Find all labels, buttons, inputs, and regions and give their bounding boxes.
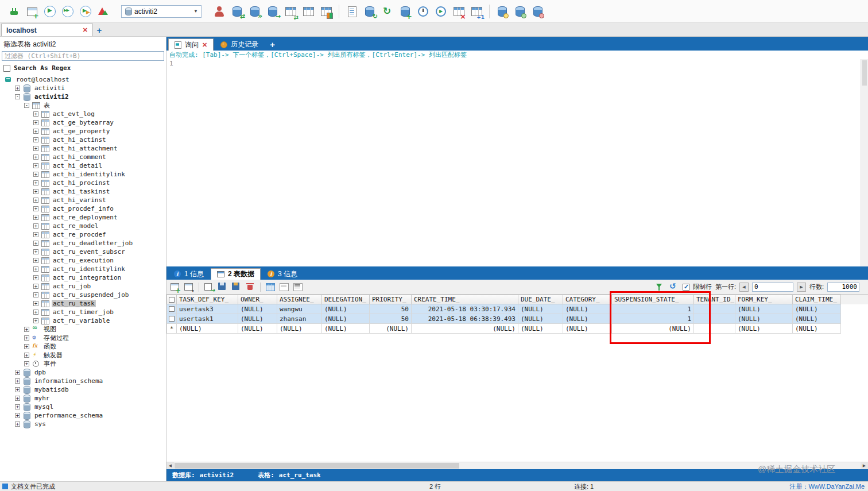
add-row-icon[interactable] bbox=[169, 281, 181, 292]
expand-icon[interactable] bbox=[24, 361, 29, 366]
user-add-icon[interactable] bbox=[513, 5, 527, 18]
tab-query[interactable]: 询问 ✕ bbox=[168, 38, 214, 51]
expand-icon[interactable] bbox=[15, 413, 20, 418]
expand-icon[interactable] bbox=[33, 266, 38, 272]
execute-icon[interactable] bbox=[43, 5, 57, 18]
expand-icon[interactable] bbox=[33, 206, 38, 211]
column-header[interactable]: ASSIGNEE_ bbox=[277, 295, 322, 304]
cell-due-date[interactable]: (NULL) bbox=[518, 304, 563, 314]
row-count-input[interactable] bbox=[827, 283, 859, 292]
tab-table-data[interactable]: 2 表数据 bbox=[211, 268, 261, 280]
table-row[interactable]: usertask1 (NULL) zhansan (NULL) 50 2021-… bbox=[166, 314, 868, 324]
tree-database-item[interactable]: mysql bbox=[0, 403, 166, 411]
tree-table-item[interactable]: act_ru_event_subscr bbox=[0, 248, 166, 256]
database-select[interactable]: activiti2 ▼ bbox=[121, 5, 202, 18]
insert-template-icon[interactable] bbox=[470, 5, 483, 18]
new-table-icon[interactable] bbox=[25, 5, 39, 18]
next-page-button[interactable]: ▶ bbox=[797, 283, 806, 292]
tab-messages-1[interactable]: i 1 信息 bbox=[168, 268, 210, 280]
tree-database-item-active[interactable]: activiti2 bbox=[0, 92, 166, 101]
tree-server-item[interactable]: root@localhost bbox=[0, 75, 166, 84]
cell-owner[interactable]: (NULL) bbox=[238, 324, 277, 334]
cell-delegation[interactable]: (NULL) bbox=[322, 304, 370, 314]
tree-table-item[interactable]: act_ru_identitylink bbox=[0, 265, 166, 273]
tree-table-item[interactable]: act_ru_suspended_job bbox=[0, 291, 166, 299]
expand-icon[interactable] bbox=[33, 232, 38, 237]
expand-icon[interactable] bbox=[24, 353, 29, 358]
export-icon[interactable] bbox=[203, 281, 215, 292]
tree-table-item[interactable]: act_re_deployment bbox=[0, 213, 166, 222]
grid-dropdown-icon[interactable] bbox=[183, 281, 195, 292]
execute-all-icon[interactable] bbox=[61, 5, 75, 18]
user-privileges-icon[interactable] bbox=[531, 5, 545, 18]
tree-table-item[interactable]: act_re_procdef bbox=[0, 230, 166, 239]
tree-object-group[interactable]: 存储过程 bbox=[0, 334, 166, 342]
cell-priority[interactable]: 50 bbox=[370, 304, 412, 314]
column-header[interactable]: CREATE_TIME_ bbox=[412, 295, 518, 304]
chevron-down-icon[interactable]: ▼ bbox=[193, 9, 198, 14]
expand-icon[interactable] bbox=[15, 387, 20, 392]
row-checkbox[interactable] bbox=[169, 306, 175, 312]
tree-table-item[interactable]: act_hi_procinst bbox=[0, 179, 166, 187]
regex-option[interactable]: Search As Regex bbox=[0, 61, 166, 74]
column-header[interactable]: SUSPENSION_STATE_ bbox=[612, 295, 694, 304]
tree-object-group[interactable]: 触发器 bbox=[0, 351, 166, 359]
expand-icon[interactable] bbox=[24, 344, 29, 349]
tree-object-group[interactable]: 事件 bbox=[0, 359, 166, 368]
cell-delegation[interactable]: (NULL) bbox=[322, 314, 370, 324]
expand-icon[interactable] bbox=[15, 86, 20, 91]
form-view-icon[interactable] bbox=[278, 281, 290, 292]
tree-database-item[interactable]: mybatisdb bbox=[0, 385, 166, 394]
expand-icon[interactable] bbox=[33, 292, 38, 297]
cell-claim-time[interactable]: (NULL) bbox=[793, 304, 841, 314]
expand-icon[interactable] bbox=[33, 120, 38, 125]
expand-icon[interactable] bbox=[24, 335, 29, 341]
query-format-icon[interactable] bbox=[345, 5, 359, 18]
table-diff-icon[interactable] bbox=[284, 5, 297, 18]
tree-database-item[interactable]: information_schema bbox=[0, 377, 166, 385]
tree-table-item[interactable]: act_ru_task bbox=[0, 299, 166, 308]
db-add-icon[interactable] bbox=[398, 5, 412, 18]
close-icon[interactable]: ✕ bbox=[83, 26, 88, 34]
tree-table-item[interactable]: act_evt_log bbox=[0, 110, 166, 118]
tree-table-item[interactable]: act_ru_deadletter_job bbox=[0, 239, 166, 248]
expand-icon[interactable] bbox=[33, 275, 38, 280]
scroll-right-icon[interactable]: ▶ bbox=[861, 462, 868, 469]
db-migrate-icon[interactable] bbox=[266, 5, 280, 18]
cell-assignee[interactable]: (NULL) bbox=[277, 324, 322, 334]
scheduler-icon[interactable] bbox=[434, 5, 448, 18]
user-icon[interactable] bbox=[212, 5, 226, 18]
table-row[interactable]: * (NULL) (NULL) (NULL) (NULL) (NULL) (NU… bbox=[166, 324, 868, 334]
register-link[interactable]: 注册：WwW.DaYanZai.Me bbox=[789, 482, 865, 491]
expand-icon[interactable] bbox=[33, 241, 38, 246]
cell-delegation[interactable]: (NULL) bbox=[322, 324, 370, 334]
tree-table-item[interactable]: act_ge_property bbox=[0, 127, 166, 136]
close-icon[interactable]: ✕ bbox=[202, 41, 207, 49]
cell-form-key[interactable]: (NULL) bbox=[735, 324, 793, 334]
refresh-icon[interactable] bbox=[381, 5, 394, 18]
row-select-cell[interactable] bbox=[166, 304, 177, 314]
column-header[interactable]: TENANT_ID_ bbox=[694, 295, 735, 304]
tree-table-item[interactable]: act_procdef_info bbox=[0, 204, 166, 213]
grid-view-icon[interactable] bbox=[265, 281, 276, 292]
table-data-icon[interactable] bbox=[301, 5, 315, 18]
flush-icon[interactable] bbox=[452, 5, 466, 18]
cell-category[interactable]: (NULL) bbox=[563, 304, 612, 314]
expand-icon[interactable] bbox=[33, 189, 38, 194]
new-connection-icon[interactable] bbox=[7, 5, 21, 18]
expand-icon[interactable] bbox=[33, 301, 38, 306]
cell-tenant-id[interactable] bbox=[694, 314, 735, 324]
cell-category[interactable]: (NULL) bbox=[563, 324, 612, 334]
cell-assignee[interactable]: zhansan bbox=[277, 314, 322, 324]
column-header[interactable]: TASK_DEF_KEY_ bbox=[177, 295, 238, 304]
cell-form-key[interactable]: (NULL) bbox=[735, 304, 793, 314]
table-row[interactable]: usertask3 (NULL) wangwu (NULL) 50 2021-0… bbox=[166, 304, 868, 314]
prev-page-button[interactable]: ◀ bbox=[739, 283, 749, 292]
row-select-cell[interactable]: * bbox=[166, 324, 177, 334]
expand-icon[interactable] bbox=[15, 378, 20, 384]
expand-icon[interactable] bbox=[33, 249, 38, 254]
cell-create-time[interactable]: 2021-05-18 06:38:39.493 bbox=[412, 314, 518, 324]
schema-designer-icon[interactable] bbox=[319, 5, 333, 18]
column-header[interactable]: DELEGATION_ bbox=[322, 295, 370, 304]
tree-table-item[interactable]: act_hi_varinst bbox=[0, 196, 166, 204]
